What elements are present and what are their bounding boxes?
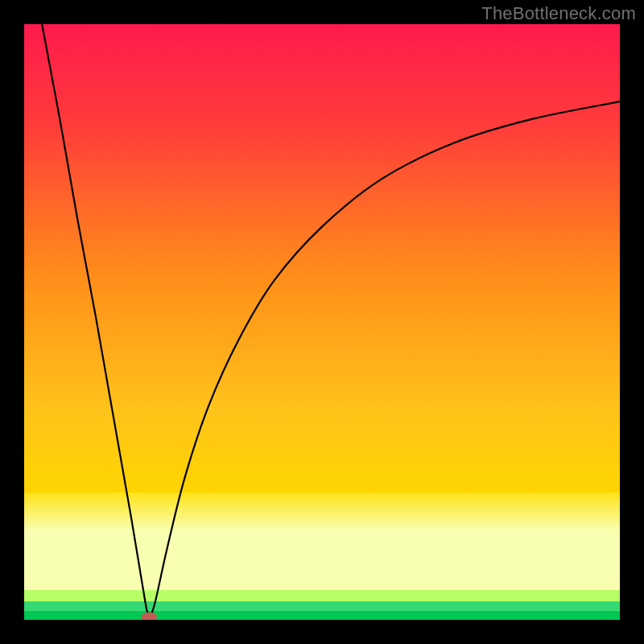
svg-rect-5	[24, 611, 620, 620]
chart-frame: TheBottleneck.com	[0, 0, 644, 644]
bottleneck-chart	[24, 24, 620, 620]
watermark-text: TheBottleneck.com	[481, 3, 636, 24]
plot-area	[24, 24, 620, 620]
svg-rect-0	[24, 24, 620, 576]
svg-rect-3	[24, 590, 620, 601]
svg-rect-1	[24, 530, 620, 578]
svg-rect-4	[24, 601, 620, 611]
